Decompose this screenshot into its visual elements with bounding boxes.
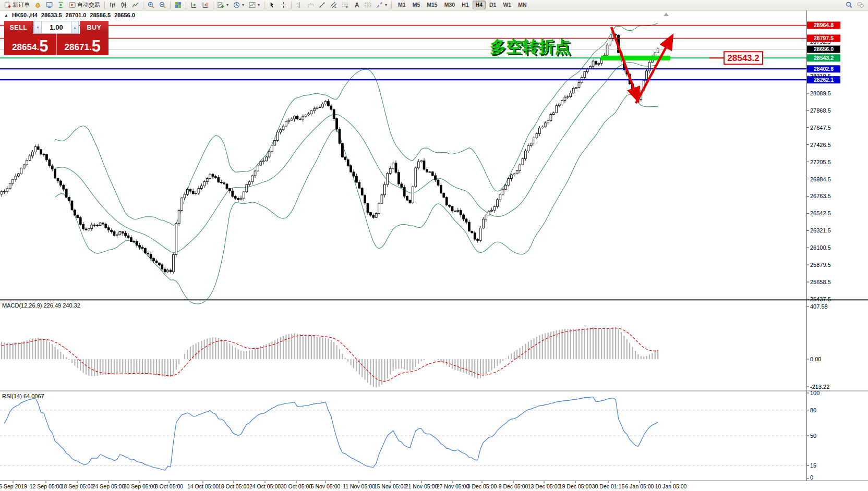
svg-text:24 Sep 05:00: 24 Sep 05:00 (92, 483, 125, 489)
toolbar-bar-chart-button[interactable] (107, 0, 118, 10)
svg-text:407.58: 407.58 (810, 303, 828, 310)
svg-text:18 Oct 05:00: 18 Oct 05:00 (218, 483, 249, 489)
buy-price[interactable]: 28671 . 5 (57, 34, 109, 55)
toolbar-text-button[interactable]: A (351, 0, 362, 10)
svg-text:15 Nov 05:00: 15 Nov 05:00 (374, 483, 407, 489)
toolbar-fibo-button[interactable]: F (340, 0, 351, 10)
dropdown-caret-icon: ▾ (385, 3, 387, 7)
toolbar-hline-button[interactable] (305, 0, 316, 10)
timeframe-m5-button[interactable]: M5 (409, 1, 424, 9)
toolbar-separator (291, 2, 292, 9)
svg-text:27 Nov 05:00: 27 Nov 05:00 (437, 483, 469, 489)
timeframe-h4-button[interactable]: H4 (473, 1, 486, 9)
timeframe-w1-button[interactable]: W1 (500, 1, 514, 9)
sell-button[interactable]: SELL (4, 21, 33, 34)
autotrade-icon (69, 2, 76, 8)
community-icon (857, 2, 864, 8)
svg-text:28262.1: 28262.1 (814, 77, 834, 83)
svg-text:27205.5: 27205.5 (810, 159, 831, 165)
mt4-window: 新订单自动交易▾▾▾EFAT▾M1M5M15M30H1H4D1W1MN 多空转折… (0, 0, 868, 491)
new-order-icon (4, 2, 11, 8)
signal-icon (57, 2, 64, 8)
svg-text:80: 80 (810, 407, 816, 413)
toolbar-gold-button[interactable] (32, 0, 43, 10)
toolbar-button-label: 自动交易 (77, 1, 100, 9)
toolbar-button-label: 新订单 (13, 1, 30, 9)
rsi-label: RSI(14) 64.0067 (2, 393, 44, 399)
tile-windows-icon (175, 2, 182, 8)
toolbar-zoom-out-button[interactable] (157, 0, 168, 10)
timeframe-d1-button[interactable]: D1 (486, 1, 499, 9)
svg-text:26100.5: 26100.5 (810, 244, 831, 251)
search-icon (846, 2, 852, 8)
toolbar-candle-chart-button[interactable] (118, 0, 129, 10)
svg-text:A: A (355, 2, 359, 8)
volume-decrease-button[interactable]: ▾ (34, 21, 42, 33)
toolbar-periods-button[interactable]: ▾ (231, 0, 246, 10)
toolbar-separator (186, 2, 186, 9)
toolbar-vline-button[interactable] (294, 0, 305, 10)
toolbar-separator (143, 2, 143, 9)
volume-increase-button[interactable]: ▴ (71, 21, 79, 33)
chart-background[interactable] (0, 10, 868, 491)
crosshair-icon (280, 2, 287, 8)
timeframe-switcher: M1M5M15M30H1H4D1W1MN (395, 1, 529, 9)
toolbar-search-button[interactable] (843, 0, 854, 10)
svg-text:28656.0: 28656.0 (814, 46, 834, 52)
terminal-icon (46, 2, 53, 8)
timeframe-m15-button[interactable]: M15 (424, 1, 440, 9)
toolbar-community-button[interactable] (855, 0, 866, 10)
ohlc-high: 28701.0 (66, 12, 87, 18)
buy-button[interactable]: BUY (80, 21, 108, 34)
collapse-triangle-icon[interactable]: ▲ (4, 13, 8, 18)
toolbar-crosshair-button[interactable] (278, 0, 289, 10)
cursor-icon (269, 2, 275, 8)
macd-label: MACD(12,26,9) 226.49 240.32 (2, 302, 80, 309)
toolbar-new-order-button[interactable]: 新订单 (2, 0, 32, 10)
sell-price[interactable]: 28654 . 5 (4, 34, 57, 55)
svg-text:15: 15 (810, 462, 816, 469)
svg-text:6 Jan 05:00: 6 Jan 05:00 (625, 483, 654, 489)
vline-icon (296, 2, 303, 8)
bar-chart-icon (109, 2, 116, 8)
volume-input[interactable] (42, 21, 71, 33)
toolbar-chart-frame-button[interactable]: ▾ (247, 0, 262, 10)
toolbar-separator (264, 2, 264, 9)
toolbar-trendline-button[interactable] (317, 0, 328, 10)
toolbar-shapes-button[interactable]: ▾ (374, 0, 389, 10)
toolbar-indicators-button[interactable]: ▾ (215, 0, 231, 10)
toolbar-auto-scroll-button[interactable] (188, 0, 199, 10)
svg-text:18 Sep 05:00: 18 Sep 05:00 (61, 483, 94, 489)
one-click-trading-panel: SELL ▾ ▴ BUY 28654 . 5 28671 . 5 (4, 21, 108, 55)
annotation-text[interactable]: 多空转折点 (490, 38, 571, 56)
timeframe-m1-button[interactable]: M1 (395, 1, 409, 9)
svg-text:F: F (346, 6, 348, 8)
toolbar-cursor-button[interactable] (267, 0, 278, 10)
toolbar-zoom-in-button[interactable] (146, 0, 156, 10)
svg-text:12 Sep 05:00: 12 Sep 05:00 (30, 483, 63, 489)
toolbar-terminal-button[interactable] (44, 0, 55, 10)
price-callout-label: 28543.2 (727, 53, 759, 63)
svg-text:30 Sep 05:00: 30 Sep 05:00 (124, 483, 156, 489)
toolbar-channel-button[interactable]: E (328, 0, 339, 10)
label-icon: T (365, 2, 371, 8)
timeframe-h1-button[interactable]: H1 (459, 1, 472, 9)
toolbar-tile-windows-button[interactable] (173, 0, 184, 10)
toolbar-label-button[interactable]: T (363, 0, 373, 10)
timeframe-m30-button[interactable]: M30 (441, 1, 458, 9)
svg-text:21 Nov 05:00: 21 Nov 05:00 (405, 483, 438, 489)
ohlc-open: 28633.5 (41, 12, 62, 18)
svg-text:8 Oct 05:00: 8 Oct 05:00 (155, 483, 183, 489)
timeframe-mn-button[interactable]: MN (515, 1, 529, 9)
chart-canvas[interactable]: 多空转折点多空转折点28543.2MACD(12,26,9) 226.49 24… (0, 0, 868, 491)
svg-text:19 Dec 05:00: 19 Dec 05:00 (559, 483, 592, 489)
svg-text:30 Oct 05:00: 30 Oct 05:00 (281, 483, 312, 489)
toolbar-autotrade-button[interactable]: 自动交易 (67, 0, 102, 10)
main-toolbar: 新订单自动交易▾▾▾EFAT▾M1M5M15M30H1H4D1W1MN (0, 0, 868, 10)
toolbar-signal-button[interactable] (55, 0, 66, 10)
toolbar-chart-shift-button[interactable] (200, 0, 211, 10)
toolbar-line-chart-button[interactable] (130, 0, 141, 10)
channel-icon: E (330, 2, 337, 8)
hline-icon (307, 2, 314, 8)
svg-text:100: 100 (810, 390, 819, 396)
